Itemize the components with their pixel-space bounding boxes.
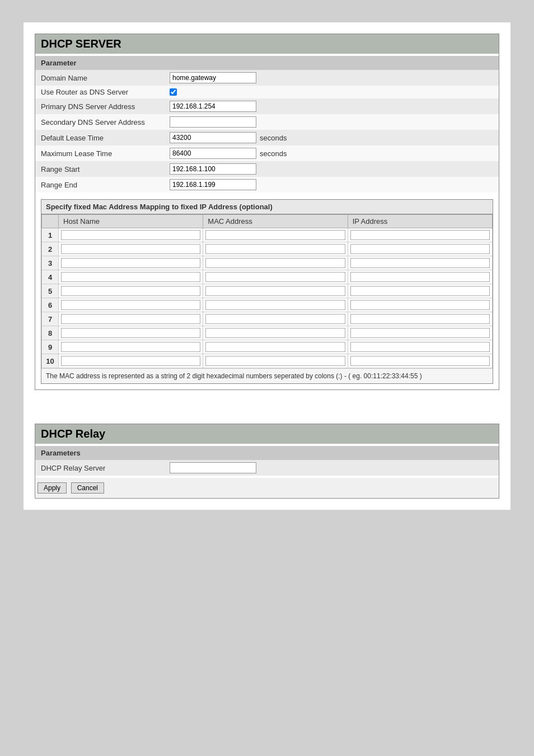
mac-ip-input[interactable] (350, 230, 490, 240)
mac-mapping-section: Specify fixed Mac Address Mapping to fix… (41, 199, 493, 384)
mac-host-input[interactable] (61, 272, 200, 282)
apply-button[interactable]: Apply (38, 482, 67, 494)
dhcp-relay-params: Parameters DHCP Relay Server (35, 444, 499, 478)
mac-ip-input[interactable] (350, 258, 490, 268)
mac-table-row: 9 (42, 340, 493, 354)
mac-host-input[interactable] (61, 314, 200, 324)
param-range-end: Range End (35, 177, 499, 192)
mac-host-input[interactable] (61, 356, 200, 366)
mac-host-input[interactable] (61, 230, 200, 240)
mac-ip-cell (348, 312, 492, 326)
mac-host-input[interactable] (61, 244, 200, 254)
cancel-button[interactable]: Cancel (71, 482, 104, 494)
max-lease-suffix: seconds (260, 149, 287, 158)
mac-ip-cell (348, 340, 492, 354)
col-ip-header: IP Address (348, 215, 492, 228)
mac-host-input[interactable] (61, 286, 200, 296)
mac-host-input[interactable] (61, 300, 200, 310)
mac-ip-input[interactable] (350, 328, 490, 338)
mac-mapping-table: Host Name MAC Address IP Address 1234567… (41, 214, 493, 368)
mac-table-row: 4 (42, 270, 493, 284)
default-lease-input-wrapper: seconds (170, 132, 287, 143)
mac-table-row: 6 (42, 298, 493, 312)
mac-address-input[interactable] (205, 244, 345, 254)
mac-host-input[interactable] (61, 342, 200, 352)
dhcp-relay-header: DHCP Relay (35, 424, 499, 444)
default-lease-input[interactable] (170, 132, 256, 143)
mac-ip-input[interactable] (350, 286, 490, 296)
secondary-dns-input[interactable] (170, 116, 256, 128)
mac-table-row: 7 (42, 312, 493, 326)
mac-row-number: 2 (42, 242, 59, 256)
use-router-dns-checkbox[interactable] (170, 88, 177, 96)
mac-ip-input[interactable] (350, 272, 490, 282)
param-max-lease: Maximum Lease Time seconds (35, 145, 499, 161)
mac-address-input[interactable] (205, 272, 345, 282)
dhcp-server-header: DHCP SERVER (35, 34, 499, 54)
mac-table-row: 10 (42, 354, 493, 368)
mac-ip-input[interactable] (350, 356, 490, 366)
relay-server-input-wrapper (170, 462, 256, 473)
mac-row-number: 6 (42, 298, 59, 312)
mac-ip-input[interactable] (350, 342, 490, 352)
mac-address-cell (203, 256, 348, 270)
relay-server-input[interactable] (170, 462, 256, 473)
mac-host-cell (59, 284, 203, 298)
mac-ip-cell (348, 270, 492, 284)
mac-ip-cell (348, 228, 492, 242)
mac-row-number: 7 (42, 312, 59, 326)
mac-address-input[interactable] (205, 342, 345, 352)
range-end-label: Range End (41, 181, 170, 189)
param-primary-dns: Primary DNS Server Address (35, 98, 499, 114)
relay-server-label: DHCP Relay Server (41, 464, 170, 472)
mac-row-number: 3 (42, 256, 59, 270)
mac-mapping-title: Specify fixed Mac Address Mapping to fix… (41, 200, 493, 214)
mac-address-input[interactable] (205, 300, 345, 310)
mac-host-cell (59, 270, 203, 284)
range-end-input[interactable] (170, 179, 256, 190)
mac-row-number: 8 (42, 326, 59, 340)
mac-address-input[interactable] (205, 356, 345, 366)
mac-ip-cell (348, 354, 492, 368)
max-lease-label: Maximum Lease Time (41, 149, 170, 158)
mac-address-cell (203, 340, 348, 354)
mac-address-input[interactable] (205, 314, 345, 324)
range-start-input-wrapper (170, 163, 256, 175)
mac-ip-input[interactable] (350, 314, 490, 324)
param-domain-name: Domain Name (35, 70, 499, 86)
range-start-input[interactable] (170, 163, 256, 175)
mac-ip-input[interactable] (350, 244, 490, 254)
use-router-dns-input-wrapper (170, 88, 177, 96)
max-lease-input[interactable] (170, 148, 256, 159)
mac-row-number: 9 (42, 340, 59, 354)
mac-note: The MAC address is represented as a stri… (41, 368, 493, 383)
range-end-input-wrapper (170, 179, 256, 190)
mac-address-input[interactable] (205, 230, 345, 240)
mac-host-cell (59, 242, 203, 256)
mac-address-cell (203, 228, 348, 242)
primary-dns-input[interactable] (170, 101, 256, 112)
mac-host-input[interactable] (61, 258, 200, 268)
default-lease-label: Default Lease Time (41, 134, 170, 142)
secondary-dns-label: Secondary DNS Server Address (41, 118, 170, 126)
mac-address-cell (203, 242, 348, 256)
param-use-router-dns: Use Router as DNS Server (35, 86, 499, 98)
mac-table-row: 3 (42, 256, 493, 270)
mac-host-input[interactable] (61, 328, 200, 338)
param-default-lease: Default Lease Time seconds (35, 130, 499, 145)
params-header-label: Parameter (41, 59, 170, 67)
mac-host-cell (59, 312, 203, 326)
mac-ip-input[interactable] (350, 300, 490, 310)
domain-name-input-wrapper (170, 72, 256, 83)
domain-name-input[interactable] (170, 72, 256, 83)
mac-address-cell (203, 284, 348, 298)
relay-params-header-label: Parameters (41, 449, 170, 457)
mac-address-cell (203, 270, 348, 284)
mac-address-input[interactable] (205, 328, 345, 338)
primary-dns-label: Primary DNS Server Address (41, 102, 170, 111)
mac-table-row: 1 (42, 228, 493, 242)
mac-address-input[interactable] (205, 258, 345, 268)
max-lease-input-wrapper: seconds (170, 148, 287, 159)
mac-row-number: 4 (42, 270, 59, 284)
mac-address-input[interactable] (205, 286, 345, 296)
